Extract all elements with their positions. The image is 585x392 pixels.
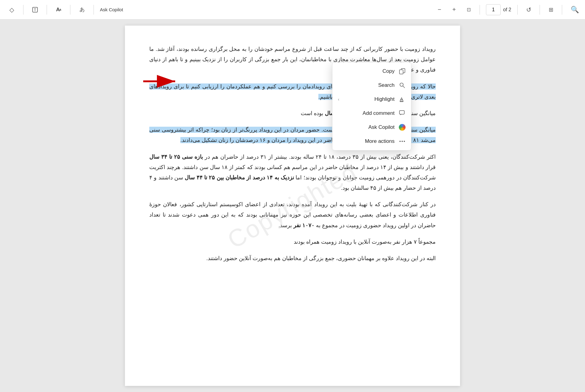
paragraph-6: در کنار شرکت‌کنندگانی که با تهیهٔ بلیت ب… [149,199,436,231]
add-comment-menu-item[interactable]: Add comment [332,106,411,120]
highlight-menu-item[interactable]: Highlight › [332,92,411,106]
svg-point-12 [402,141,403,142]
red-arrow [140,73,180,91]
paragraph-8: البته در این رویداد علاوه بر مهمانان حضو… [149,253,436,263]
page-of-label: of 2 [503,7,511,12]
zoom-fit-button[interactable]: ⊡ [464,5,473,15]
text-tool-icon[interactable]: T [30,4,41,15]
svg-rect-5 [399,70,403,74]
highlight-icon [399,96,406,103]
toolbar-divider-5 [480,5,480,15]
rotate-button[interactable]: ↺ [524,5,534,15]
paragraph-5: اکثر شرکت‌کنندگان، یعنی بیش از ۳۵ درصد، … [149,152,436,193]
toolbar: ◇ T Aa あ Ask Copilot − + ⊡ of 2 ↺ ⊞ 🔍 [0,0,585,19]
more-actions-icon [399,138,406,145]
main-content: Copyrighted رویداد زومیت با حضور کاربران… [0,19,585,392]
svg-point-6 [400,83,403,87]
eraser-tool-icon[interactable]: ◇ [6,4,17,15]
svg-rect-9 [401,100,402,100]
paragraph-7: مجموعاً ۷ هزار نفر به‌صورت آنلاین با روی… [149,237,436,247]
svg-point-13 [404,141,405,142]
toolbar-divider-1 [23,5,23,15]
search-label: Search [338,82,395,88]
context-menu: Copy Search [332,62,411,150]
toolbar-divider-6 [517,5,518,15]
page-controls: of 2 [486,4,511,15]
page-number-input[interactable] [486,4,501,15]
page-container: Copyrighted رویداد زومیت با حضور کاربران… [125,26,460,386]
svg-point-11 [399,141,401,142]
toolbar-divider-3 [70,5,70,15]
layout-button[interactable]: ⊞ [546,5,556,15]
more-actions-label: More actions [338,138,395,144]
search-icon[interactable]: 🔍 [571,6,579,14]
ask-copilot-menu-item[interactable]: Ask Copilot [332,120,411,134]
search-menu-item[interactable]: Search [332,78,411,92]
svg-text:T: T [34,8,36,12]
copy-icon [399,68,406,75]
svg-rect-10 [399,111,404,114]
zoom-minus-button[interactable]: − [434,5,444,15]
toolbar-divider-7 [540,5,540,15]
ask-copilot-menu-label: Ask Copilot [338,124,395,130]
highlight-arrow-icon: › [338,97,339,102]
toolbar-divider-4 [94,5,94,15]
copilot-menu-icon [399,124,406,131]
copy-label: Copy [338,68,395,74]
add-comment-label: Add comment [338,110,395,116]
language-icon[interactable]: あ [76,4,87,15]
highlight-label: Highlight [344,96,395,102]
font-size-icon[interactable]: Aa [53,4,64,15]
more-actions-menu-item[interactable]: More actions [332,134,411,148]
document-area: Copyrighted رویداد زومیت با حضور کاربران… [0,19,585,392]
svg-line-7 [403,86,405,88]
toolbar-divider-2 [47,5,47,15]
zoom-plus-button[interactable]: + [449,5,459,15]
search-menu-icon [399,82,406,89]
svg-rect-8 [400,101,403,102]
toolbar-divider-8 [562,5,562,15]
ask-copilot-label[interactable]: Ask Copilot [100,7,123,12]
comment-icon [399,110,406,117]
copy-menu-item[interactable]: Copy [332,64,411,78]
